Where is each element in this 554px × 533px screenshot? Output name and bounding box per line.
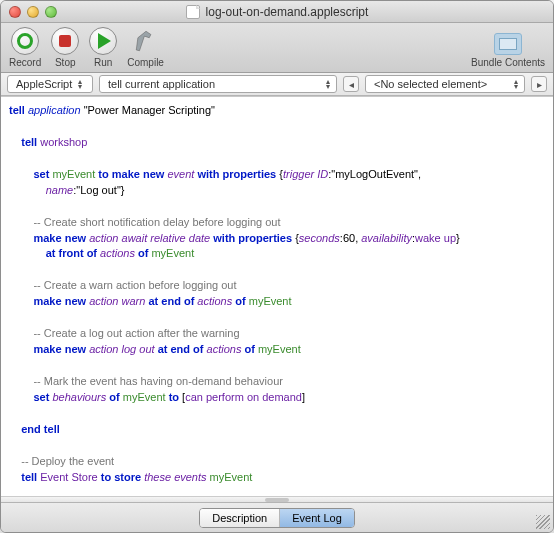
close-icon[interactable] [9, 6, 21, 18]
tab-event-log[interactable]: Event Log [280, 509, 354, 527]
source-code[interactable]: tell application "Power Manager Scriptin… [3, 101, 551, 496]
nav-next-button[interactable]: ▸ [531, 76, 547, 92]
record-icon [17, 33, 33, 49]
resize-handle[interactable] [536, 515, 550, 529]
stop-icon [59, 35, 71, 47]
stop-button[interactable]: Stop [51, 27, 79, 68]
target-popup[interactable]: tell current application ▴▾ [99, 75, 337, 93]
chevrons-icon: ▴▾ [326, 79, 330, 89]
titlebar[interactable]: log-out-on-demand.applescript [1, 1, 553, 23]
script-editor-window: log-out-on-demand.applescript Record Sto… [0, 0, 554, 533]
element-popup[interactable]: <No selected element> ▴▾ [365, 75, 525, 93]
tab-description[interactable]: Description [200, 509, 280, 527]
compile-button[interactable]: Compile [127, 27, 164, 68]
chevrons-icon: ▴▾ [514, 79, 518, 89]
document-icon [186, 5, 200, 19]
chevrons-icon: ▴▾ [78, 79, 82, 89]
record-button[interactable]: Record [9, 27, 41, 68]
bundle-icon [494, 33, 522, 55]
play-icon [98, 33, 111, 49]
footer: Description Event Log [1, 502, 553, 532]
bundle-contents-button[interactable]: Bundle Contents [471, 33, 545, 68]
run-button[interactable]: Run [89, 27, 117, 68]
language-popup[interactable]: AppleScript ▴▾ [7, 75, 93, 93]
navigation-bar: AppleScript ▴▾ tell current application … [1, 73, 553, 96]
zoom-icon[interactable] [45, 6, 57, 18]
nav-prev-button[interactable]: ◂ [343, 76, 359, 92]
toolbar: Record Stop Run Compile Bundle Contents [1, 23, 553, 73]
minimize-icon[interactable] [27, 6, 39, 18]
result-tabs: Description Event Log [199, 508, 355, 528]
code-editor[interactable]: tell application "Power Manager Scriptin… [1, 96, 553, 496]
window-title: log-out-on-demand.applescript [206, 5, 369, 19]
traffic-lights [9, 6, 57, 18]
hammer-icon [132, 27, 160, 55]
